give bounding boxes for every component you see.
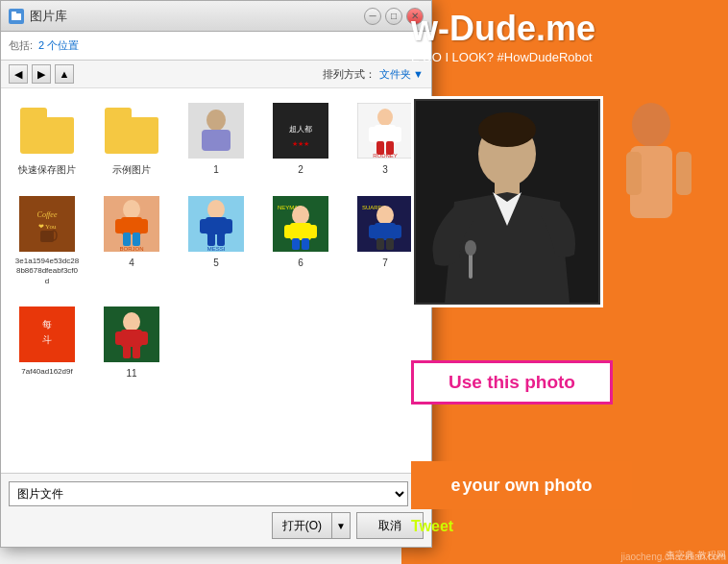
svg-rect-52 bbox=[217, 233, 225, 246]
file-label-3: 3 bbox=[382, 163, 388, 176]
svg-text:每: 每 bbox=[42, 319, 52, 330]
svg-point-56 bbox=[292, 206, 309, 225]
svg-rect-43 bbox=[123, 233, 131, 246]
file-label-10: 11 bbox=[126, 367, 136, 380]
svg-point-39 bbox=[123, 200, 140, 219]
svg-text:BORJON: BORJON bbox=[119, 246, 143, 252]
tweet-link[interactable]: Tweet bbox=[411, 518, 453, 535]
toolbar-nav-back[interactable]: ◀ bbox=[9, 64, 28, 84]
svg-point-64 bbox=[376, 206, 394, 225]
file-label-8: 7 bbox=[382, 257, 388, 269]
svg-point-4 bbox=[632, 103, 670, 147]
file-label-9: 7af40ad162d9f bbox=[21, 367, 72, 377]
img-thumb-4: Coffee ❤ You bbox=[19, 196, 75, 252]
svg-text:★★★: ★★★ bbox=[292, 140, 309, 147]
svg-point-15 bbox=[465, 240, 476, 256]
file-label-1: 1 bbox=[213, 163, 219, 176]
img-thumb-9: 每 斗 bbox=[19, 307, 75, 362]
svg-rect-67 bbox=[393, 225, 401, 238]
folder-item-1[interactable]: 快速保存图片 bbox=[9, 96, 85, 182]
file-label-7: 6 bbox=[298, 257, 303, 269]
person-svg bbox=[416, 101, 598, 303]
right-panel: w-Dude.me E DO I LOOK? #HowDudeRobot bbox=[401, 0, 728, 564]
img-thumb-7: NEYMAR bbox=[273, 196, 328, 252]
svg-rect-49 bbox=[200, 219, 208, 233]
svg-rect-21 bbox=[202, 130, 231, 151]
file-label-5: 4 bbox=[129, 257, 134, 269]
minimize-button[interactable]: ─ bbox=[364, 8, 381, 25]
dialog-title-icon bbox=[9, 9, 24, 24]
watermark: 查字典·教程网 bbox=[666, 549, 726, 562]
address-path[interactable]: 2 个位置 bbox=[38, 38, 79, 53]
site-subtitle: E DO I LOOK? #HowDudeRobot bbox=[411, 50, 718, 64]
file-item-9[interactable]: 每 斗 7af40ad162d9f bbox=[9, 300, 85, 385]
svg-rect-57 bbox=[290, 223, 311, 240]
folder-label-2: 示例图片 bbox=[112, 163, 151, 176]
svg-point-26 bbox=[377, 109, 393, 126]
svg-rect-58 bbox=[284, 225, 293, 238]
file-thumbnail-4: Coffee ❤ You bbox=[18, 195, 76, 253]
svg-rect-50 bbox=[224, 219, 232, 233]
file-type-select[interactable]: 图片文件 bbox=[9, 481, 408, 506]
file-item-4[interactable]: Coffee ❤ You 3e1a1594e53dc288b8678dfeabf… bbox=[9, 189, 85, 292]
file-thumbnail-2: 超人都 ★★★ bbox=[272, 102, 329, 159]
file-item-7[interactable]: NEYMAR 6 bbox=[262, 189, 339, 292]
svg-rect-7 bbox=[676, 152, 692, 195]
action-buttons-row: 打开(O) ▼ 取消 bbox=[9, 512, 424, 539]
svg-text:超人都: 超人都 bbox=[289, 125, 312, 134]
svg-rect-68 bbox=[376, 238, 384, 250]
svg-point-20 bbox=[206, 110, 226, 131]
file-item-6[interactable]: MESSI 5 bbox=[178, 189, 255, 292]
file-item-10[interactable]: 11 bbox=[93, 300, 170, 385]
open-button[interactable]: 打开(O) bbox=[272, 512, 331, 539]
svg-point-47 bbox=[207, 200, 225, 219]
open-dropdown-arrow[interactable]: ▼ bbox=[331, 512, 351, 539]
photo-person bbox=[414, 99, 600, 305]
svg-text:❤ You: ❤ You bbox=[38, 223, 57, 231]
toolbar-nav-up[interactable]: ▲ bbox=[55, 64, 74, 84]
dialog-title-text: 图片库 bbox=[30, 8, 364, 25]
file-item-1[interactable]: 1 bbox=[178, 96, 255, 182]
sort-label: 排列方式： bbox=[323, 67, 376, 82]
file-thumbnail-9: 每 斗 bbox=[18, 306, 76, 363]
svg-rect-69 bbox=[386, 238, 394, 250]
svg-text:Coffee: Coffee bbox=[37, 210, 58, 219]
svg-rect-42 bbox=[139, 219, 148, 233]
svg-text:斗: 斗 bbox=[42, 334, 52, 345]
svg-rect-18 bbox=[12, 12, 16, 14]
file-label-4: 3e1a1594e53dc288b8678dfeabf3cf0d bbox=[14, 257, 80, 286]
svg-rect-41 bbox=[115, 219, 124, 233]
dialog-bottom: 图片文件 ▼ 打开(O) ▼ 取消 bbox=[1, 473, 431, 547]
svg-rect-17 bbox=[12, 13, 21, 20]
svg-rect-40 bbox=[121, 217, 142, 234]
file-item-5[interactable]: BORJON 4 bbox=[93, 189, 170, 292]
address-label: 包括: bbox=[9, 38, 33, 53]
folder-label-1: 快速保存图片 bbox=[18, 163, 76, 176]
maximize-button[interactable]: □ bbox=[385, 8, 402, 25]
file-item-2[interactable]: 超人都 ★★★ 2 bbox=[262, 96, 339, 182]
svg-rect-79 bbox=[133, 345, 140, 358]
svg-rect-66 bbox=[369, 225, 377, 238]
img-thumb-2: 超人都 ★★★ bbox=[273, 103, 328, 159]
site-title: w-Dude.me bbox=[411, 10, 718, 48]
svg-rect-28 bbox=[369, 127, 378, 142]
folder-item-2[interactable]: 示例图片 bbox=[93, 96, 170, 182]
toolbar-nav-forward[interactable]: ▶ bbox=[32, 64, 51, 84]
svg-text:RODNEY: RODNEY bbox=[373, 153, 398, 159]
img-thumb-1 bbox=[188, 103, 244, 159]
folder-icon-1 bbox=[20, 108, 74, 154]
upload-photo-button[interactable]: eyour own photo bbox=[411, 461, 632, 509]
img-thumb-6: MESSI bbox=[188, 196, 244, 252]
svg-text:MESSI: MESSI bbox=[207, 246, 226, 252]
img-thumb-10 bbox=[104, 307, 159, 362]
file-thumbnail-10 bbox=[103, 306, 160, 363]
folder-thumbnail-1 bbox=[18, 102, 76, 159]
dialog-titlebar: 图片库 ─ □ ✕ bbox=[1, 1, 431, 32]
svg-rect-29 bbox=[392, 127, 401, 142]
svg-rect-51 bbox=[207, 233, 215, 246]
svg-rect-65 bbox=[375, 223, 396, 240]
file-thumbnail-6: MESSI bbox=[187, 195, 245, 253]
file-grid: 快速保存图片 示例图片 1 bbox=[1, 88, 431, 473]
folder-icon-2 bbox=[105, 108, 158, 154]
use-photo-button[interactable]: Use this photo bbox=[411, 360, 613, 405]
